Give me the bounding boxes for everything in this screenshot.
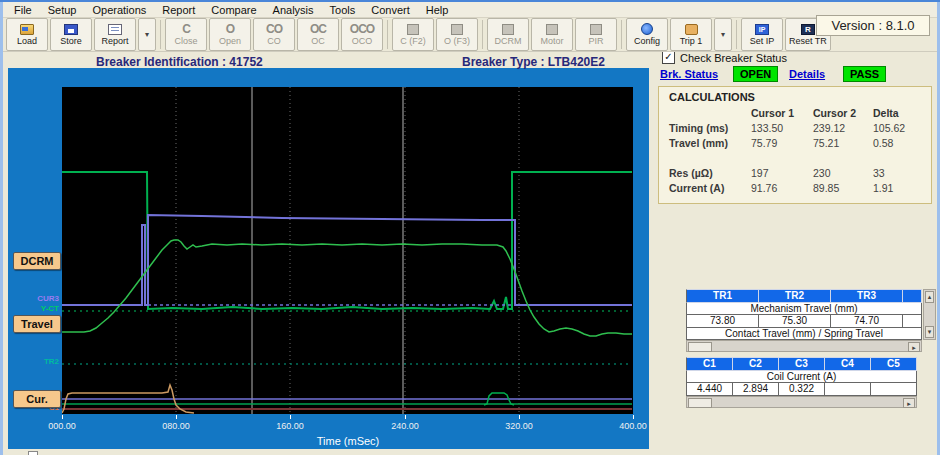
channel-button-dcrm[interactable]: DCRM [13,252,61,270]
trace-label-tr2: TR2 [8,358,59,366]
toolbar-button-oco[interactable]: OCOOCO [341,18,383,51]
value-cell[interactable]: 0.322 [779,383,825,396]
x-tickmark [290,415,291,419]
h-scrollbar-right-arrow[interactable]: ▸ [903,398,915,408]
op-glyph-icon: C [182,23,190,35]
column-header-tr2[interactable]: TR2 [759,289,831,303]
toolbar-dropdown-report[interactable]: ▾ [138,18,156,51]
check-breaker-status-checkbox[interactable]: ✓ [662,51,675,64]
calc-value: 1.91 [873,182,927,197]
table-band-row: Contact Travel (mm) / Spring Travel [686,328,934,340]
x-tick-label: 080.00 [154,421,198,431]
toolbar-button-co[interactable]: COCO [253,18,295,51]
h-scrollbar-thumb[interactable] [688,398,712,408]
calc-spacer [813,152,873,163]
calc-value: 75.21 [813,137,873,152]
menu-compare[interactable]: Compare [203,4,264,16]
trip-icon [685,24,698,35]
application-window: FileSetupOperationsReportCompareAnalysis… [0,2,940,455]
trace-label-y-ct: Y-CT [8,305,59,313]
toolbar-separator [387,20,388,49]
calculations-panel: CALCULATIONS Cursor 1Cursor 2DeltaTiming… [658,86,932,204]
x-tick-label: 320.00 [497,421,541,431]
breaker-type: Breaker Type : LTB420E2 [462,55,605,69]
channel-button-travel[interactable]: Travel [13,315,61,333]
value-cell[interactable]: 4.440 [686,383,733,396]
value-cell[interactable]: 74.70 [831,315,903,328]
column-header-c3[interactable]: C3 [779,357,825,371]
menu-tools[interactable]: Tools [322,4,364,16]
channel-button-cur[interactable]: Cur. [13,390,61,408]
toolbar-dropdown-trip-1[interactable]: ▾ [714,18,732,51]
toolbar-button-label: Load [17,36,37,46]
folder-open-icon [20,24,34,35]
calculations-grid: Cursor 1Cursor 2DeltaTiming (ms)133.5023… [669,107,927,197]
column-header-c1[interactable]: C1 [686,357,733,371]
toolbar-button-motor[interactable]: Motor [531,18,573,51]
value-cell[interactable]: 75.30 [759,315,831,328]
v-scrollbar[interactable]: ▴▾ [923,289,936,340]
op-glyph-icon: OCO [350,23,374,35]
x-tick-label: 000.00 [40,421,84,431]
calc-row-label: Current (A) [669,182,751,197]
calc-spacer [751,152,813,163]
menu-convert[interactable]: Convert [363,4,418,16]
h-scrollbar-thumb[interactable] [688,342,712,352]
menu-operations[interactable]: Operations [84,4,154,16]
toolbar-button-oc[interactable]: OCOC [297,18,339,51]
calc-row-label: Res (µΩ) [669,167,751,182]
plot-area[interactable] [62,87,633,414]
toolbar-button-pir[interactable]: PIR [575,18,617,51]
toolbar-button-config[interactable]: Config [626,18,668,51]
column-header-c2[interactable]: C2 [733,357,779,371]
menu-analysis[interactable]: Analysis [265,4,322,16]
x-tickmark [633,415,634,419]
table-value-row: 4.4402.8940.322 [686,383,924,396]
h-scrollbar-right-arrow[interactable]: ▸ [908,342,920,352]
value-cell[interactable]: 73.80 [686,315,759,328]
waveform-svg [62,87,633,414]
menu-setup[interactable]: Setup [40,4,85,16]
brk-status-link[interactable]: Brk. Status [660,68,718,80]
h-scrollbar[interactable]: ▸ [686,396,917,408]
calc-value: 91.76 [751,182,813,197]
gray-box-icon [590,24,602,35]
toolbar-button-label: Open [219,36,241,46]
table-value-row: 73.8075.3074.70 [686,315,934,328]
toolbar-button-c-f2[interactable]: C (F2) [392,18,434,51]
gray-box-icon [546,24,558,35]
h-scrollbar[interactable]: ▸ [686,340,922,352]
column-header-c5[interactable]: C5 [871,357,917,371]
calc-value: 197 [751,167,813,182]
toolbar-button-o-f3[interactable]: O (F3) [436,18,478,51]
toolbar-button-open[interactable]: OOpen [209,18,251,51]
v-scrollbar-down-arrow[interactable]: ▾ [925,326,934,338]
toolbar-button-label: Trip 1 [680,36,703,46]
toolbar-button-load[interactable]: Load [6,18,48,51]
toolbar-button-trip-1[interactable]: Trip 1 [670,18,712,51]
toolbar-button-report[interactable]: Report [94,18,136,51]
toolbar-button-dcrm[interactable]: DCRM [487,18,529,51]
toolbar-button-set-ip[interactable]: IPSet IP [741,18,783,51]
column-header-c4[interactable]: C4 [825,357,871,371]
coil-current-table: C1C2C3C4C5Coil Current (A)4.4402.8940.32… [686,357,924,407]
column-header-tr1[interactable]: TR1 [686,289,759,303]
value-cell[interactable]: 2.894 [733,383,779,396]
calc-row-label: Timing (ms) [669,122,751,137]
toolbar-button-store[interactable]: Store [50,18,92,51]
report-icon [108,24,122,35]
value-cell[interactable] [825,383,871,396]
toolbar-button-label: PIR [588,36,603,46]
toolbar-button-label: Set IP [750,36,775,46]
breaker-identification: Breaker Identification : 41752 [96,55,263,69]
v-scrollbar-up-arrow[interactable]: ▴ [925,291,934,303]
trace-curr-trace [62,215,632,305]
trace-label-cur3: CUR3 [8,295,59,303]
value-cell[interactable] [871,383,917,396]
menu-report[interactable]: Report [154,4,203,16]
menu-file[interactable]: File [6,4,40,16]
column-header-tr3[interactable]: TR3 [831,289,903,303]
menu-help[interactable]: Help [418,4,457,16]
details-link[interactable]: Details [789,68,825,80]
toolbar-button-close[interactable]: CClose [165,18,207,51]
